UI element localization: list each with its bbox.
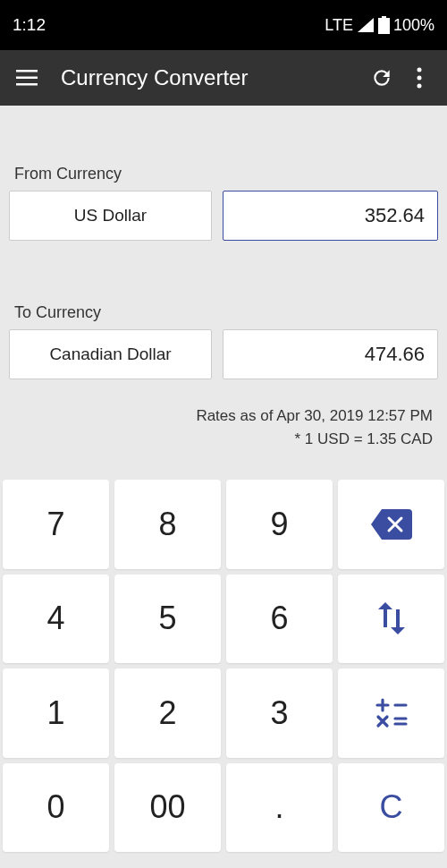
app-title: Currency Converter [61, 65, 363, 90]
key-3[interactable]: 3 [226, 668, 333, 758]
battery-level: 100% [393, 16, 434, 35]
overflow-button[interactable] [401, 59, 438, 97]
rates-timestamp: Rates as of Apr 30, 2019 12:57 PM [9, 404, 433, 428]
to-value-display: 474.66 [223, 329, 438, 379]
network-label: LTE [325, 16, 353, 35]
svg-rect-2 [16, 70, 38, 72]
signal-icon [357, 17, 375, 33]
svg-point-7 [417, 84, 422, 89]
rates-value: * 1 USD = 1.35 CAD [9, 428, 433, 451]
svg-point-5 [417, 68, 422, 72]
from-row: US Dollar 352.64 [9, 191, 438, 241]
svg-rect-0 [378, 18, 390, 34]
rates-info: Rates as of Apr 30, 2019 12:57 PM * 1 US… [9, 404, 438, 450]
to-row: Canadian Dollar 474.66 [9, 329, 438, 379]
keypad: 7 8 9 4 5 6 1 2 3 0 00 . C [3, 480, 444, 852]
content: From Currency US Dollar 352.64 To Curren… [0, 165, 447, 450]
key-6[interactable]: 6 [226, 574, 333, 664]
backspace-icon [371, 509, 412, 540]
swap-icon [378, 602, 405, 634]
key-7[interactable]: 7 [3, 480, 109, 569]
status-time: 1:12 [13, 15, 46, 35]
menu-button[interactable] [9, 60, 45, 96]
key-dot[interactable]: . [226, 763, 333, 853]
refresh-button[interactable] [363, 59, 401, 97]
status-bar: 1:12 LTE 100% [0, 0, 447, 50]
more-vert-icon [417, 67, 422, 89]
from-label: From Currency [9, 165, 438, 183]
key-00[interactable]: 00 [114, 763, 221, 853]
key-2[interactable]: 2 [114, 668, 221, 758]
svg-rect-3 [16, 77, 38, 80]
key-operators[interactable] [338, 668, 444, 758]
to-currency-select[interactable]: Canadian Dollar [9, 329, 212, 379]
key-8[interactable]: 8 [114, 480, 221, 569]
key-5[interactable]: 5 [114, 574, 221, 664]
status-right: LTE 100% [325, 16, 434, 35]
battery-icon [378, 16, 390, 34]
key-clear[interactable]: C [338, 763, 444, 853]
key-0[interactable]: 0 [3, 763, 109, 853]
from-value-input[interactable]: 352.64 [223, 191, 438, 241]
operators-icon [375, 698, 408, 728]
key-4[interactable]: 4 [3, 574, 109, 664]
key-swap[interactable] [338, 574, 444, 664]
key-backspace[interactable] [338, 480, 444, 569]
key-9[interactable]: 9 [226, 480, 333, 569]
key-1[interactable]: 1 [3, 668, 109, 758]
svg-point-6 [417, 76, 422, 81]
hamburger-icon [16, 70, 38, 86]
to-label: To Currency [9, 303, 438, 322]
app-bar: Currency Converter [0, 50, 447, 106]
refresh-icon [370, 66, 393, 89]
svg-rect-1 [382, 16, 386, 18]
from-currency-select[interactable]: US Dollar [9, 191, 212, 241]
svg-rect-4 [16, 83, 38, 86]
